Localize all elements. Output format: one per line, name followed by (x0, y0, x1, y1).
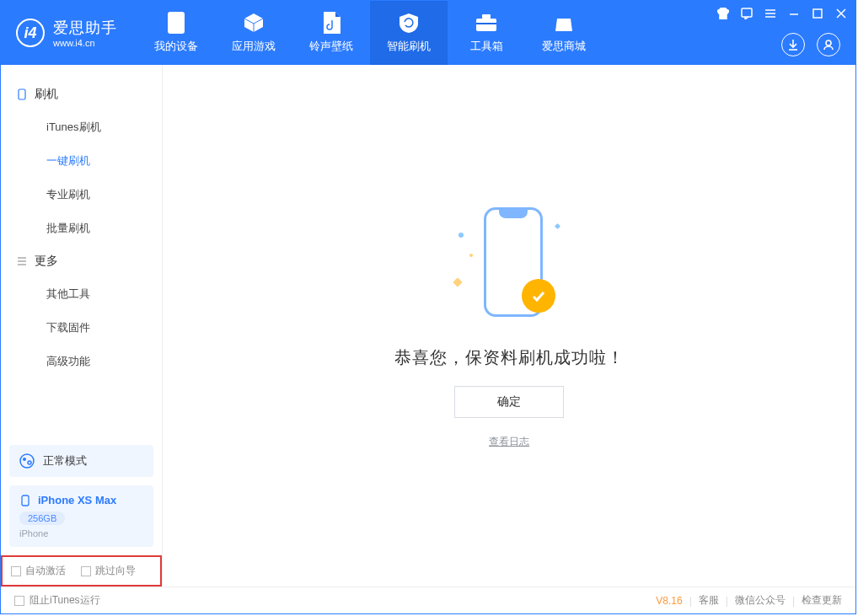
ok-button[interactable]: 确定 (454, 386, 564, 418)
feedback-icon[interactable] (739, 6, 754, 21)
success-illustration (446, 203, 572, 329)
app-name-zh: 爱思助手 (53, 18, 117, 38)
sparkle-icon (469, 254, 473, 257)
skin-icon[interactable] (716, 6, 731, 21)
tab-toolbox[interactable]: 工具箱 (448, 1, 525, 65)
sidebar-item-download-firmware[interactable]: 下载固件 (1, 311, 162, 345)
success-check-icon (522, 279, 555, 313)
svg-point-19 (20, 454, 34, 468)
check-update-link[interactable]: 检查更新 (802, 593, 842, 608)
flash-options-highlight: 自动激活 跳过向导 (1, 555, 162, 587)
tab-smart-flash[interactable]: 智能刷机 (370, 1, 448, 65)
success-message: 恭喜您，保资料刷机成功啦！ (394, 346, 625, 369)
svg-point-20 (23, 458, 26, 461)
list-icon (16, 255, 28, 267)
logo-text: 爱思助手 www.i4.cn (53, 18, 117, 48)
header: i4 爱思助手 www.i4.cn 我的设备 应用游戏 铃声壁纸 智能刷机 (1, 1, 855, 65)
phone-notch-icon (499, 210, 528, 218)
checkbox-label: 跳过向导 (95, 564, 136, 578)
footer: 阻止iTunes运行 V8.16 | 客服 | 微信公众号 | 检查更新 (1, 587, 855, 613)
tab-apps-games[interactable]: 应用游戏 (215, 1, 292, 65)
tab-label: 智能刷机 (387, 39, 431, 54)
minimize-button[interactable] (786, 6, 802, 21)
checkbox-block-itunes[interactable]: 阻止iTunes运行 (14, 593, 100, 608)
view-log-link[interactable]: 查看日志 (489, 435, 529, 449)
svg-point-14 (826, 40, 831, 46)
checkbox-skip-guide[interactable]: 跳过向导 (81, 564, 136, 578)
sidebar-item-itunes-flash[interactable]: iTunes刷机 (1, 110, 162, 144)
section-label: 更多 (35, 254, 58, 269)
music-file-icon (320, 12, 342, 34)
sparkle-icon (458, 233, 464, 238)
header-tabs: 我的设备 应用游戏 铃声壁纸 智能刷机 工具箱 爱思商城 (137, 1, 603, 65)
sparkle-icon (555, 222, 560, 228)
checkbox-icon (14, 596, 24, 606)
download-icon[interactable] (781, 33, 805, 56)
logo-badge-icon: i4 (16, 19, 45, 47)
checkbox-label: 自动激活 (25, 564, 66, 578)
device-card[interactable]: iPhone XS Max 256GB iPhone (9, 485, 153, 547)
tab-my-device[interactable]: 我的设备 (137, 1, 215, 65)
svg-rect-1 (476, 19, 496, 31)
app-name-en: www.i4.cn (53, 38, 117, 48)
footer-right: V8.16 | 客服 | 微信公众号 | 检查更新 (656, 593, 842, 608)
maximize-button[interactable] (810, 6, 825, 21)
tab-store[interactable]: 爱思商城 (525, 1, 603, 65)
device-icon (19, 495, 31, 506)
body: 刷机 iTunes刷机 一键刷机 专业刷机 批量刷机 更多 其他工具 下载固件 … (1, 65, 855, 587)
separator: | (689, 595, 692, 607)
svg-point-21 (28, 461, 31, 464)
tab-label: 工具箱 (470, 39, 503, 54)
window-controls (716, 6, 849, 21)
checkbox-auto-activate[interactable]: 自动激活 (11, 564, 66, 578)
device-type: iPhone (19, 528, 143, 538)
sidebar-item-advanced[interactable]: 高级功能 (1, 345, 162, 378)
close-button[interactable] (834, 6, 849, 21)
tab-label: 我的设备 (154, 39, 198, 54)
sparkle-icon (453, 277, 462, 287)
svg-rect-22 (22, 495, 29, 506)
app-logo: i4 爱思助手 www.i4.cn (1, 1, 132, 65)
mode-card[interactable]: 正常模式 (9, 445, 153, 477)
sidebar-section-more: 更多 (1, 245, 162, 277)
app-window: i4 爱思助手 www.i4.cn 我的设备 应用游戏 铃声壁纸 智能刷机 (0, 0, 856, 614)
version-label: V8.16 (656, 595, 682, 607)
cube-icon (243, 12, 265, 34)
svg-rect-9 (813, 9, 822, 18)
checkbox-icon (81, 566, 91, 576)
sidebar-section-flash: 刷机 (1, 78, 162, 110)
toolbox-icon (475, 12, 497, 34)
sidebar-bottom: 正常模式 iPhone XS Max 256GB iPhone (1, 445, 162, 555)
checkbox-icon (11, 566, 21, 576)
separator: | (792, 595, 795, 607)
sidebar-item-oneclick-flash[interactable]: 一键刷机 (1, 144, 162, 178)
main-content: 恭喜您，保资料刷机成功啦！ 确定 查看日志 (163, 65, 855, 587)
sidebar-item-pro-flash[interactable]: 专业刷机 (1, 178, 162, 212)
sidebar-item-batch-flash[interactable]: 批量刷机 (1, 212, 162, 245)
wechat-link[interactable]: 微信公众号 (735, 593, 786, 608)
device-name: iPhone XS Max (38, 494, 116, 506)
svg-rect-3 (476, 23, 496, 24)
svg-rect-0 (168, 12, 185, 34)
section-label: 刷机 (35, 87, 58, 102)
sidebar-nav: 刷机 iTunes刷机 一键刷机 专业刷机 批量刷机 更多 其他工具 下载固件 … (1, 65, 162, 445)
phone-icon (165, 12, 187, 34)
mode-label: 正常模式 (43, 453, 87, 469)
support-link[interactable]: 客服 (699, 593, 719, 608)
tab-ringtones-wallpapers[interactable]: 铃声壁纸 (292, 1, 370, 65)
menu-icon[interactable] (763, 6, 778, 21)
sidebar: 刷机 iTunes刷机 一键刷机 专业刷机 批量刷机 更多 其他工具 下载固件 … (1, 65, 163, 587)
sidebar-item-other-tools[interactable]: 其他工具 (1, 277, 162, 311)
checkbox-label: 阻止iTunes运行 (29, 593, 100, 608)
device-capacity: 256GB (19, 512, 65, 525)
tab-label: 应用游戏 (232, 39, 276, 54)
tab-label: 爱思商城 (542, 39, 586, 54)
svg-rect-4 (742, 8, 752, 17)
svg-rect-15 (19, 89, 25, 99)
svg-rect-2 (482, 14, 491, 19)
tab-label: 铃声壁纸 (309, 39, 353, 54)
user-icon[interactable] (817, 33, 840, 56)
bag-icon (553, 12, 575, 34)
refresh-shield-icon (398, 12, 420, 34)
separator: | (726, 595, 728, 607)
